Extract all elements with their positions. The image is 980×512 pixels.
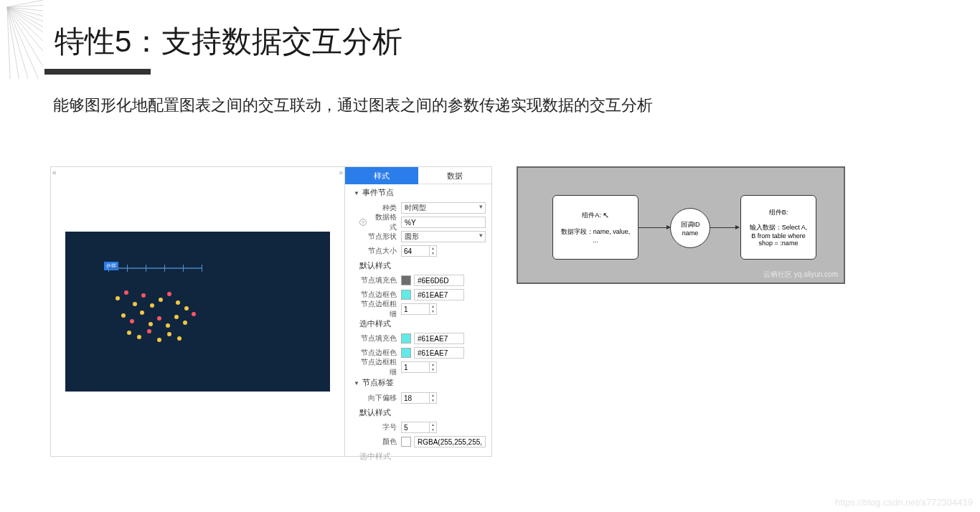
tab-data[interactable]: 数据 xyxy=(418,167,491,184)
diagram-node-a: 组件A:↖ 数据字段：name, value, ... xyxy=(552,195,639,260)
node-b-title: 组件B: xyxy=(769,208,788,217)
selected-style-head: 选中样式 xyxy=(345,316,491,331)
row-label-color: 颜色 xyxy=(345,435,491,449)
flow-diagram: 组件A:↖ 数据字段：name, value, ... 回调ID name 组件… xyxy=(517,166,845,284)
chart-canvas[interactable]: 全部 xyxy=(65,232,330,392)
svg-line-1 xyxy=(7,4,43,7)
decorative-rays xyxy=(0,0,43,79)
settings-tabs: 样式 数据 xyxy=(345,167,491,184)
slide-heading: 特性5：支持数据交互分析 xyxy=(55,22,402,62)
row-shape: 节点形状 圆形 xyxy=(345,229,491,244)
watermark: https://blog.csdn.net/a772304419 xyxy=(835,497,973,508)
fontsize-spinner[interactable]: ▲▼ xyxy=(430,422,437,433)
bw-label: 节点边框粗细 xyxy=(359,299,401,319)
canvas-area: « » 全部 xyxy=(51,167,344,456)
fill-swatch[interactable] xyxy=(401,275,411,285)
type-label: 种类 xyxy=(359,203,401,213)
node-a-sub: 数据字段：name, value, ... xyxy=(559,227,632,244)
timeline-badge[interactable]: 全部 xyxy=(104,262,118,270)
sbw-label: 节点边框粗细 xyxy=(359,357,401,377)
label-color-input[interactable] xyxy=(414,436,486,447)
section-node-label[interactable]: 节点标签 xyxy=(345,374,491,391)
offset-spinner[interactable]: ▲▼ xyxy=(430,392,437,404)
dataformat-input[interactable] xyxy=(401,217,486,228)
svg-line-12 xyxy=(7,7,22,79)
sfill-label: 节点填充色 xyxy=(359,333,401,343)
map-scatter xyxy=(108,282,202,346)
offset-label: 向下偏移 xyxy=(359,393,401,403)
bw-input[interactable] xyxy=(401,303,430,315)
fontsize-input[interactable] xyxy=(401,422,430,433)
row-sfill: 节点填充色 xyxy=(345,331,491,346)
sbw-spinner[interactable]: ▲▼ xyxy=(430,361,437,373)
node-a-title: 组件A: xyxy=(582,211,601,220)
arrow-1 xyxy=(639,227,670,228)
collapse-right-icon[interactable]: » xyxy=(339,169,343,176)
circle-bottom: name xyxy=(682,229,699,237)
size-input[interactable] xyxy=(401,245,430,257)
collapse-left-icon[interactable]: « xyxy=(52,169,57,176)
border-input[interactable] xyxy=(414,289,464,300)
cursor-icon: ↖ xyxy=(603,211,609,220)
heading-underline xyxy=(44,69,151,75)
label-selected-style-head: 选中样式 xyxy=(345,449,491,464)
label-color-swatch[interactable] xyxy=(401,437,411,447)
row-dataformat: ? 数据格式 xyxy=(345,215,491,229)
dataformat-label: 数据格式 xyxy=(369,212,401,232)
help-icon[interactable]: ? xyxy=(359,219,367,226)
shape-select[interactable]: 圆形 xyxy=(401,231,486,242)
row-fill: 节点填充色 xyxy=(345,273,491,288)
diagram-node-callback: 回调ID name xyxy=(670,208,710,248)
row-type: 种类 时间型 xyxy=(345,201,491,215)
row-size: 节点大小 ▲▼ xyxy=(345,244,491,258)
label-color-label: 颜色 xyxy=(359,437,401,447)
sfill-swatch[interactable] xyxy=(401,333,411,343)
label-default-style-head: 默认样式 xyxy=(345,405,491,420)
offset-input[interactable] xyxy=(401,392,430,404)
fill-label: 节点填充色 xyxy=(359,275,401,285)
svg-line-8 xyxy=(7,7,43,77)
sfill-input[interactable] xyxy=(414,333,464,344)
fill-input[interactable] xyxy=(414,275,464,286)
size-label: 节点大小 xyxy=(359,246,401,256)
type-select[interactable]: 时间型 xyxy=(401,202,486,214)
sbw-input[interactable] xyxy=(401,361,430,373)
section-event-nodes[interactable]: 事件节点 xyxy=(345,184,491,201)
slide-subtitle: 能够图形化地配置图表之间的交互联动，通过图表之间的参数传递实现数据的交互分析 xyxy=(53,95,653,116)
default-style-head: 默认样式 xyxy=(345,258,491,273)
fontsize-label: 字号 xyxy=(359,422,401,432)
row-offset: 向下偏移 ▲▼ xyxy=(345,391,491,405)
diagram-node-b: 组件B: 输入数据：Select A, B from table where s… xyxy=(740,195,816,260)
settings-panel: 样式 数据 事件节点 种类 时间型 ? 数据格式 节点形状 圆形 节点大小 ▲▼… xyxy=(344,167,491,456)
sborder-label: 节点边框色 xyxy=(359,348,401,358)
tab-style[interactable]: 样式 xyxy=(345,167,418,184)
diagram-credit: 云栖社区 yq.aliyun.com xyxy=(763,270,838,280)
border-swatch[interactable] xyxy=(401,290,411,300)
border-label: 节点边框色 xyxy=(359,290,401,300)
sborder-swatch[interactable] xyxy=(401,348,411,358)
shape-label: 节点形状 xyxy=(359,232,401,242)
node-b-sub: 输入数据：Select A, B from table where shop =… xyxy=(747,223,810,247)
row-borderwidth: 节点边框粗细 ▲▼ xyxy=(345,302,491,316)
row-fontsize: 字号 ▲▼ xyxy=(345,420,491,435)
circle-top: 回调ID xyxy=(681,220,700,229)
arrow-2 xyxy=(710,227,739,228)
bw-spinner[interactable]: ▲▼ xyxy=(430,303,437,315)
app-screenshot-panel: « » 全部 样式 数据 事件节点 种类 时间型 ? 数据格式 xyxy=(50,166,492,457)
row-sbw: 节点边框粗细 ▲▼ xyxy=(345,360,491,374)
sborder-input[interactable] xyxy=(414,347,464,359)
size-spinner[interactable]: ▲▼ xyxy=(430,245,437,257)
timeline-slider[interactable]: 全部 xyxy=(108,260,202,276)
timeline-track xyxy=(108,267,202,269)
